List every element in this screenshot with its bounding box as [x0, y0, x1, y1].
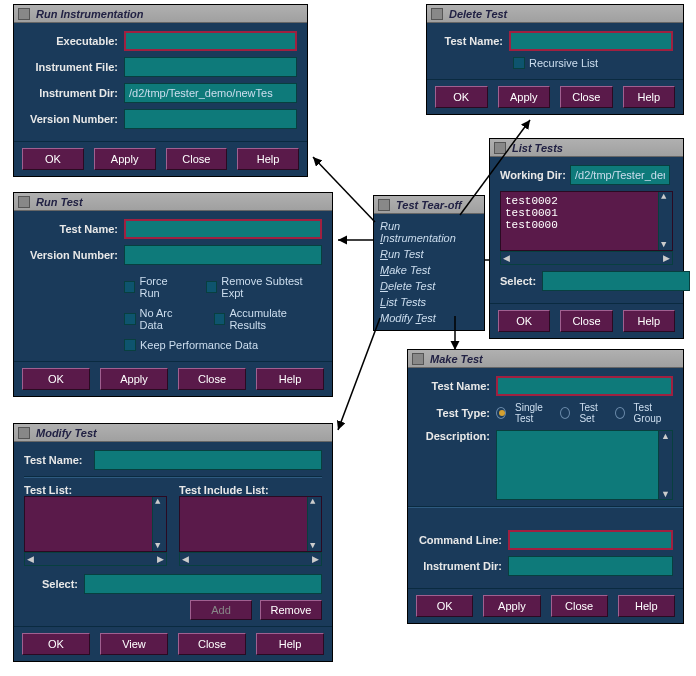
tests-listbox[interactable]: test0002test0001test0000 [500, 191, 673, 251]
apply-button[interactable]: Apply [100, 368, 168, 390]
sysmenu-icon[interactable] [18, 8, 30, 20]
version-number-input[interactable] [124, 109, 297, 129]
select-label: Select: [24, 578, 84, 590]
sysmenu-icon[interactable] [18, 427, 30, 439]
sysmenu-icon[interactable] [18, 196, 30, 208]
accumulate-results-label: Accumulate Results [229, 307, 322, 331]
instrument-dir-label: Instrument Dir: [418, 560, 508, 572]
test-name-label: Test Name: [418, 380, 496, 392]
list-item[interactable]: test0001 [505, 207, 668, 219]
test-name-input[interactable] [496, 376, 673, 396]
tearoff-menu-item[interactable]: Run Test [376, 246, 482, 262]
instrument-file-input[interactable] [124, 57, 297, 77]
scrollbar-vertical-icon[interactable] [658, 431, 672, 499]
test-name-label: Test Name: [24, 223, 124, 235]
window-title: List Tests [512, 142, 563, 154]
test-name-input[interactable] [124, 219, 322, 239]
modify-test-window: Modify Test Test Name: Test List: ◀▶ Tes… [13, 423, 333, 662]
add-button[interactable]: Add [190, 600, 252, 620]
titlebar[interactable]: Run Instrumentation [14, 5, 307, 23]
window-title: Delete Test [449, 8, 507, 20]
test-set-radio[interactable] [560, 407, 570, 419]
test-name-input[interactable] [94, 450, 322, 470]
help-button[interactable]: Help [618, 595, 675, 617]
force-run-checkbox[interactable] [124, 281, 135, 293]
tearoff-menu-item[interactable]: Modify Test [376, 310, 482, 326]
executable-input[interactable] [124, 31, 297, 51]
ok-button[interactable]: OK [498, 310, 550, 332]
sysmenu-icon[interactable] [431, 8, 443, 20]
close-button[interactable]: Close [178, 633, 246, 655]
test-name-label: Test Name: [24, 454, 94, 466]
ok-button[interactable]: OK [22, 633, 90, 655]
ok-button[interactable]: OK [22, 148, 84, 170]
accumulate-results-checkbox[interactable] [214, 313, 226, 325]
close-button[interactable]: Close [551, 595, 608, 617]
select-input[interactable] [542, 271, 690, 291]
sysmenu-icon[interactable] [494, 142, 506, 154]
instrument-dir-input[interactable] [124, 83, 297, 103]
select-input[interactable] [84, 574, 322, 594]
scrollbar-vertical-icon[interactable] [152, 497, 166, 551]
list-item[interactable]: test0000 [505, 219, 668, 231]
help-button[interactable]: Help [256, 633, 324, 655]
titlebar[interactable]: Delete Test [427, 5, 683, 23]
view-button[interactable]: View [100, 633, 168, 655]
test-tearoff-menu: Test Tear-off Run InstrumentationRun Tes… [373, 195, 485, 331]
sysmenu-icon[interactable] [412, 353, 424, 365]
titlebar[interactable]: Test Tear-off [374, 196, 484, 214]
titlebar[interactable]: List Tests [490, 139, 683, 157]
test-list-box[interactable] [24, 496, 167, 552]
scrollbar-vertical-icon[interactable] [307, 497, 321, 551]
titlebar[interactable]: Run Test [14, 193, 332, 211]
recursive-list-checkbox[interactable] [513, 57, 525, 69]
force-run-label: Force Run [139, 275, 187, 299]
test-include-list-box[interactable] [179, 496, 322, 552]
tearoff-menu-item[interactable]: Delete Test [376, 278, 482, 294]
test-group-radio-label: Test Group [634, 402, 673, 424]
ok-button[interactable]: OK [22, 368, 90, 390]
keep-performance-checkbox[interactable] [124, 339, 136, 351]
tearoff-menu-item[interactable]: Run Instrumentation [376, 218, 482, 246]
apply-button[interactable]: Apply [94, 148, 156, 170]
titlebar[interactable]: Make Test [408, 350, 683, 368]
working-dir-input[interactable] [570, 165, 670, 185]
single-test-radio[interactable] [496, 407, 506, 419]
scrollbar-horizontal-icon[interactable]: ◀▶ [179, 552, 322, 566]
test-include-list-label: Test Include List: [179, 484, 322, 496]
svg-line-2 [338, 318, 380, 430]
titlebar[interactable]: Modify Test [14, 424, 332, 442]
sysmenu-icon[interactable] [378, 199, 390, 211]
command-line-input[interactable] [508, 530, 673, 550]
close-button[interactable]: Close [560, 310, 612, 332]
close-button[interactable]: Close [166, 148, 228, 170]
help-button[interactable]: Help [237, 148, 299, 170]
no-arc-data-checkbox[interactable] [124, 313, 136, 325]
tearoff-menu-item[interactable]: Make Test [376, 262, 482, 278]
close-button[interactable]: Close [178, 368, 246, 390]
apply-button[interactable]: Apply [498, 86, 551, 108]
close-button[interactable]: Close [560, 86, 613, 108]
window-title: Run Instrumentation [36, 8, 144, 20]
scrollbar-horizontal-icon[interactable]: ◀▶ [24, 552, 167, 566]
help-button[interactable]: Help [256, 368, 324, 390]
description-textarea[interactable] [496, 430, 673, 500]
select-label: Select: [500, 275, 542, 287]
ok-button[interactable]: OK [435, 86, 488, 108]
scrollbar-vertical-icon[interactable] [658, 192, 672, 250]
remove-subtest-checkbox[interactable] [206, 281, 217, 293]
test-group-radio[interactable] [615, 407, 625, 419]
ok-button[interactable]: OK [416, 595, 473, 617]
help-button[interactable]: Help [623, 86, 676, 108]
version-number-label: Version Number: [24, 113, 124, 125]
tearoff-menu-item[interactable]: List Tests [376, 294, 482, 310]
help-button[interactable]: Help [623, 310, 675, 332]
test-name-input[interactable] [509, 31, 673, 51]
apply-button[interactable]: Apply [483, 595, 540, 617]
working-dir-label: Working Dir: [500, 169, 570, 181]
instrument-dir-input[interactable] [508, 556, 673, 576]
remove-button[interactable]: Remove [260, 600, 322, 620]
list-item[interactable]: test0002 [505, 195, 668, 207]
version-number-input[interactable] [124, 245, 322, 265]
scrollbar-horizontal-icon[interactable]: ◀▶ [500, 251, 673, 265]
